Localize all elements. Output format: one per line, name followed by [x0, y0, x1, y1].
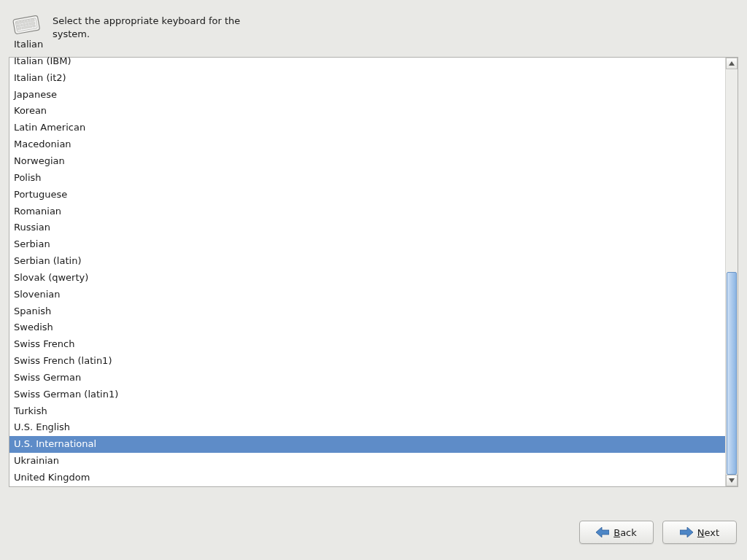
next-button-label: Next [697, 527, 719, 538]
list-item[interactable]: Spanish [9, 303, 725, 320]
list-item[interactable]: Swiss French [9, 336, 725, 353]
arrow-left-icon [596, 527, 609, 537]
list-item[interactable]: Romanian [9, 203, 725, 220]
next-button[interactable]: Next [662, 521, 737, 544]
list-item[interactable]: Korean [9, 103, 725, 120]
svg-rect-3 [19, 21, 21, 23]
scrollbar-thumb[interactable] [727, 272, 737, 475]
keyboard-list[interactable]: ItalianItalian (IBM)Italian (it2)Japanes… [9, 57, 738, 487]
list-item[interactable]: Serbian (latin) [9, 253, 725, 270]
svg-rect-9 [20, 24, 23, 26]
list-item[interactable]: Serbian [9, 236, 725, 253]
keyboard-icon [10, 12, 42, 36]
list-item[interactable]: Swiss German (latin1) [9, 386, 725, 403]
list-item[interactable]: Turkish [9, 403, 725, 420]
back-button-label: Back [614, 527, 637, 538]
list-item[interactable]: Norwegian [9, 153, 725, 170]
list-item[interactable]: Portuguese [9, 187, 725, 203]
list-item[interactable]: Swiss German [9, 370, 725, 386]
list-item[interactable]: Macedonian [9, 136, 725, 153]
list-item[interactable]: Italian [9, 36, 725, 53]
scroll-up-button[interactable] [726, 58, 738, 69]
list-item[interactable]: Russian [9, 219, 725, 236]
svg-rect-13 [18, 27, 21, 30]
svg-rect-8 [17, 25, 20, 28]
svg-rect-11 [26, 23, 28, 25]
list-item[interactable]: Ukrainian [9, 453, 725, 470]
svg-rect-4 [22, 20, 24, 23]
list-item[interactable]: Italian (IBM) [9, 53, 725, 70]
svg-marker-18 [596, 527, 609, 537]
svg-rect-6 [28, 20, 30, 22]
scrollbar[interactable] [725, 58, 738, 486]
svg-rect-5 [25, 20, 27, 23]
list-item[interactable]: Slovak (qwerty) [9, 270, 725, 287]
list-item[interactable]: U.S. English [9, 419, 725, 436]
list-item[interactable]: Swiss French (latin1) [9, 353, 725, 370]
scroll-down-button[interactable] [726, 475, 738, 486]
svg-marker-19 [680, 527, 693, 537]
arrow-right-icon [680, 527, 693, 537]
list-item[interactable]: United Kingdom [9, 470, 725, 486]
svg-marker-16 [729, 61, 735, 66]
list-item[interactable]: Slovenian [9, 287, 725, 303]
list-item[interactable]: Italian (it2) [9, 70, 725, 87]
svg-rect-7 [31, 19, 34, 22]
list-item[interactable]: Latin American [9, 120, 725, 136]
back-button[interactable]: Back [579, 521, 654, 544]
list-item[interactable]: U.S. International [9, 436, 725, 453]
svg-rect-2 [16, 22, 18, 24]
list-item[interactable]: Swedish [9, 319, 725, 336]
scrollbar-track[interactable] [726, 69, 738, 475]
svg-rect-15 [32, 25, 35, 28]
svg-marker-17 [729, 478, 735, 483]
svg-rect-10 [23, 23, 26, 26]
list-item[interactable]: Polish [9, 170, 725, 187]
list-item[interactable]: Japanese [9, 87, 725, 104]
